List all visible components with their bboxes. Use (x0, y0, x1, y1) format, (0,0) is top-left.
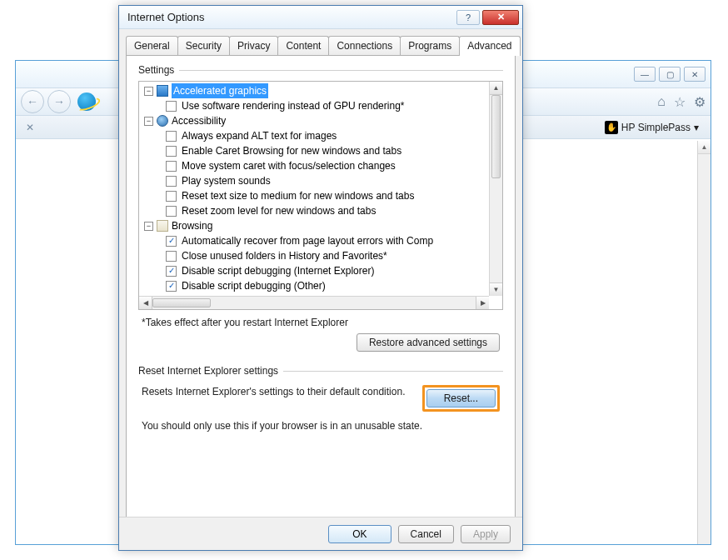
tree-group-label: Accessibility (172, 113, 226, 128)
reset-fieldset-label: Reset Internet Explorer settings (138, 365, 503, 377)
hp-label: HP SimplePass (621, 122, 691, 133)
tree-item-label: Move system caret with focus/selection c… (182, 158, 396, 173)
ok-button[interactable]: OK (328, 525, 391, 543)
ie-logo-icon (77, 92, 96, 111)
collapse-icon[interactable]: − (144, 222, 153, 231)
collapse-icon[interactable]: − (144, 117, 153, 126)
tree-item-label: Play system sounds (182, 173, 271, 188)
checkbox[interactable] (166, 236, 177, 247)
tree-item[interactable]: Reset text size to medium for new window… (142, 188, 489, 203)
tree-item-label: Automatically recover from page layout e… (182, 233, 433, 248)
checkbox[interactable] (166, 146, 177, 157)
scroll-up-icon[interactable]: ▲ (490, 82, 502, 95)
tree-item-label: Reset text size to medium for new window… (182, 188, 414, 203)
home-icon[interactable]: ⌂ (657, 94, 666, 110)
tree-group[interactable]: −Accelerated graphics (142, 83, 489, 98)
hand-icon: ✋ (605, 121, 618, 134)
collapse-icon[interactable]: − (144, 87, 153, 96)
scrollbar-thumb[interactable] (152, 298, 211, 308)
tree-item[interactable]: Reset zoom level for new windows and tab… (142, 203, 489, 218)
scrollbar-thumb[interactable] (491, 95, 501, 178)
apply-button[interactable]: Apply (461, 525, 511, 543)
tree-item-label: Reset zoom level for new windows and tab… (182, 203, 376, 218)
reset-highlight: Reset... (422, 385, 500, 412)
tree-item[interactable]: Use software rendering instead of GPU re… (142, 98, 489, 113)
settings-fieldset-label: Settings (138, 64, 503, 76)
tree-vertical-scrollbar[interactable]: ▲ ▼ (489, 82, 502, 296)
browse-icon (157, 220, 168, 232)
settings-tree[interactable]: −Accelerated graphicsUse software render… (138, 81, 503, 310)
reset-button[interactable]: Reset... (426, 389, 496, 408)
tab-panel-advanced: Settings −Accelerated graphicsUse softwa… (126, 55, 516, 536)
tab-advanced[interactable]: Advanced (459, 36, 520, 56)
back-button[interactable]: ← (21, 90, 44, 113)
checkbox[interactable] (166, 176, 177, 187)
tree-group-label: Accelerated graphics (172, 83, 268, 98)
tab-connections[interactable]: Connections (328, 36, 401, 55)
checkbox[interactable] (166, 101, 177, 112)
tree-item[interactable]: Close unused folders in History and Favo… (142, 248, 489, 263)
dropdown-caret-icon: ▾ (694, 122, 699, 133)
scroll-down-icon[interactable]: ▼ (490, 282, 502, 296)
tree-item[interactable]: Move system caret with focus/selection c… (142, 158, 489, 173)
maximize-button[interactable]: ▢ (659, 67, 681, 82)
tree-item[interactable]: Disable script debugging (Other) (142, 278, 489, 293)
tree-item-label: Disable script debugging (Other) (182, 278, 326, 293)
internet-options-dialog: Internet Options ? ✕ General Security Pr… (118, 5, 523, 551)
dialog-titlebar: Internet Options ? ✕ (119, 6, 522, 29)
tab-privacy[interactable]: Privacy (229, 36, 278, 55)
restore-advanced-button[interactable]: Restore advanced settings (357, 333, 500, 352)
tree-item[interactable]: Disable script debugging (Internet Explo… (142, 263, 489, 278)
hp-simplepass-toolbar[interactable]: ✋ HP SimplePass ▾ (600, 121, 704, 134)
access-icon (157, 115, 168, 127)
tree-item[interactable]: Enable Caret Browsing for new windows an… (142, 143, 489, 158)
scroll-up-icon[interactable]: ▲ (698, 141, 711, 154)
tab-content[interactable]: Content (277, 36, 329, 55)
scroll-left-icon[interactable]: ◀ (139, 297, 152, 309)
tree-item-label: Close unused folders in History and Favo… (182, 248, 387, 263)
tree-group[interactable]: −Accessibility (142, 113, 489, 128)
dialog-close-button[interactable]: ✕ (482, 10, 519, 25)
close-button[interactable]: ✕ (684, 67, 706, 82)
tree-horizontal-scrollbar[interactable]: ◀ ▶ (139, 296, 489, 309)
checkbox[interactable] (166, 161, 177, 172)
tree-item-label: Use software rendering instead of GPU re… (182, 98, 404, 113)
reset-description: Resets Internet Explorer's settings to t… (142, 385, 412, 398)
tree-item-label: Enable Caret Browsing for new windows an… (182, 143, 401, 158)
minimize-button[interactable]: — (634, 67, 656, 82)
tree-group-label: Browsing (172, 218, 212, 233)
restart-note: *Takes effect after you restart Internet… (138, 317, 503, 328)
tree-item[interactable]: Automatically recover from page layout e… (142, 233, 489, 248)
reset-warning: You should only use this if your browser… (138, 420, 503, 432)
tab-security[interactable]: Security (177, 36, 230, 55)
checkbox[interactable] (166, 281, 177, 292)
checkbox[interactable] (166, 206, 177, 217)
scroll-right-icon[interactable]: ▶ (476, 297, 489, 309)
favorites-icon[interactable]: ☆ (674, 94, 686, 110)
checkbox[interactable] (166, 131, 177, 142)
tab-close-icon[interactable]: ✕ (22, 122, 37, 133)
dialog-title: Internet Options (127, 11, 456, 23)
tree-item-label: Always expand ALT text for images (182, 128, 337, 143)
tree-item[interactable]: Always expand ALT text for images (142, 128, 489, 143)
tree-item-label: Disable script debugging (Internet Explo… (182, 263, 374, 278)
graphics-icon (157, 85, 168, 97)
tree-item[interactable]: Play system sounds (142, 173, 489, 188)
checkbox[interactable] (166, 191, 177, 202)
tree-group[interactable]: −Browsing (142, 218, 489, 233)
cancel-button[interactable]: Cancel (398, 525, 454, 543)
checkbox[interactable] (166, 251, 177, 262)
dialog-tabs: General Security Privacy Content Connect… (119, 29, 522, 55)
tab-programs[interactable]: Programs (400, 36, 460, 55)
dialog-button-row: OK Cancel Apply (119, 517, 522, 550)
tab-general[interactable]: General (126, 36, 178, 55)
help-button[interactable]: ? (456, 10, 480, 25)
checkbox[interactable] (166, 266, 177, 277)
forward-button[interactable]: → (47, 90, 71, 113)
ie-vertical-scrollbar[interactable]: ▲ (697, 141, 711, 544)
settings-gear-icon[interactable]: ⚙ (694, 94, 706, 110)
